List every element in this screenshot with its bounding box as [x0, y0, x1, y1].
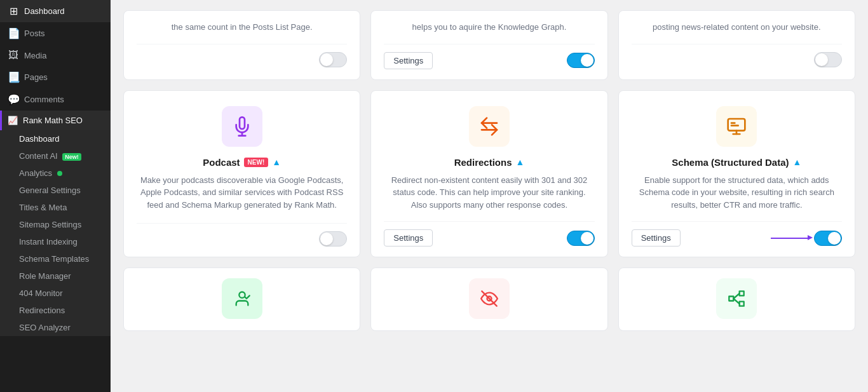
- rank-math-submenu: Dashboard Content AI New! Analytics Gene…: [0, 130, 111, 336]
- submenu-content-ai[interactable]: Content AI New!: [0, 147, 111, 165]
- svg-line-9: [482, 291, 496, 306]
- sidebar-label-posts: Posts: [24, 29, 45, 38]
- bottom-icon-2: [480, 290, 498, 308]
- top-card-2-settings-btn[interactable]: Settings: [384, 52, 433, 69]
- sidebar-item-dashboard[interactable]: ⊞ Dashboard: [0, 0, 111, 22]
- dashboard-icon: ⊞: [8, 5, 19, 17]
- sidebar-label-dashboard: Dashboard: [24, 6, 65, 16]
- comments-icon: 💬: [8, 93, 19, 105]
- submenu-analytics[interactable]: Analytics: [0, 165, 111, 182]
- svg-point-7: [239, 292, 245, 298]
- redirections-icon-wrap: [469, 106, 510, 147]
- submenu-general-settings[interactable]: General Settings: [0, 182, 111, 199]
- submenu-instant-indexing[interactable]: Instant Indexing: [0, 233, 111, 250]
- redirections-icon: [479, 116, 499, 137]
- top-card-1: the same count in the Posts List Page.: [123, 10, 360, 80]
- bottom-icon-2-wrap: [469, 278, 510, 319]
- podcast-footer: [137, 223, 347, 247]
- submenu-role-manager[interactable]: Role Manager: [0, 267, 111, 285]
- redirections-footer: Settings: [384, 221, 594, 247]
- top-card-3-desc: posting news-related content on your web…: [653, 11, 821, 34]
- schema-icon: [726, 116, 747, 137]
- schema-title-text: Schema (Structured Data): [672, 157, 789, 168]
- top-card-3: posting news-related content on your web…: [618, 10, 855, 80]
- top-card-2-toggle[interactable]: [567, 53, 595, 68]
- submenu-seo-analyzer[interactable]: SEO Analyzer: [0, 319, 111, 336]
- svg-line-14: [734, 299, 740, 304]
- sidebar-label-comments: Comments: [24, 95, 64, 104]
- podcast-icon: [232, 116, 252, 137]
- schema-icon-wrap: [716, 106, 757, 147]
- analytics-dot: [57, 171, 62, 176]
- bottom-card-2: [370, 267, 607, 331]
- bottom-icon-3-wrap: [716, 278, 757, 319]
- modules-grid: Podcast NEW! ▲ Make your podcasts discov…: [111, 80, 868, 268]
- schema-footer: Settings: [632, 221, 842, 247]
- bottom-icon-1: [233, 290, 251, 308]
- redirections-settings-btn[interactable]: Settings: [384, 229, 433, 247]
- sidebar-label-rank-math: Rank Math SEO: [23, 116, 83, 125]
- sidebar-item-media[interactable]: 🖼 Media: [0, 44, 111, 66]
- bottom-card-3: [618, 267, 855, 331]
- submenu-schema-templates[interactable]: Schema Templates: [0, 250, 111, 267]
- sidebar-label-pages: Pages: [24, 72, 48, 82]
- bottom-icon-1-wrap: [222, 278, 262, 319]
- bottom-card-1: [123, 267, 360, 331]
- schema-toggle[interactable]: [814, 231, 842, 246]
- top-cards-row: the same count in the Posts List Page. h…: [111, 0, 868, 80]
- content-ai-new-badge: New!: [62, 153, 81, 161]
- top-card-2-desc: helps you to aquire the Knowledge Graph.: [412, 11, 567, 34]
- redirections-title-text: Redirections: [454, 157, 512, 168]
- submenu-redirections[interactable]: Redirections: [0, 302, 111, 319]
- top-card-2: helps you to aquire the Knowledge Graph.…: [370, 10, 607, 80]
- sidebar-item-pages[interactable]: 📃 Pages: [0, 66, 111, 88]
- submenu-dashboard[interactable]: Dashboard: [0, 130, 111, 147]
- podcast-title: Podcast NEW! ▲: [203, 157, 281, 168]
- redirections-title: Redirections ▲: [454, 157, 525, 168]
- top-card-1-desc: the same count in the Posts List Page.: [172, 11, 313, 34]
- sidebar-item-posts[interactable]: 📄 Posts: [0, 22, 111, 44]
- bottom-icon-3: [728, 290, 745, 308]
- posts-icon: 📄: [8, 27, 19, 39]
- podcast-new-badge: NEW!: [244, 158, 269, 167]
- submenu-404-monitor[interactable]: 404 Monitor: [0, 285, 111, 302]
- pages-icon: 📃: [8, 71, 19, 83]
- schema-purple-arrow: [771, 238, 809, 239]
- podcast-chevron: ▲: [272, 157, 281, 167]
- schema-chevron: ▲: [793, 157, 802, 167]
- redirections-toggle[interactable]: [567, 231, 595, 246]
- module-card-podcast: Podcast NEW! ▲ Make your podcasts discov…: [123, 90, 360, 258]
- rank-math-icon: 📈: [8, 116, 18, 125]
- schema-arrow-group: [771, 231, 842, 246]
- submenu-titles-meta[interactable]: Titles & Meta: [0, 199, 111, 216]
- sidebar-item-rank-math-seo[interactable]: 📈 Rank Math SEO: [0, 111, 111, 130]
- top-card-3-footer: [632, 44, 842, 67]
- redirections-desc: Redirect non-existent content easily wit…: [384, 174, 594, 212]
- podcast-icon-wrap: [222, 106, 262, 147]
- schema-title: Schema (Structured Data) ▲: [672, 157, 801, 168]
- podcast-desc: Make your podcasts discoverable via Goog…: [137, 174, 347, 213]
- top-card-2-footer: Settings: [384, 44, 594, 69]
- top-card-1-footer: [137, 44, 347, 67]
- submenu-sitemap-settings[interactable]: Sitemap Settings: [0, 216, 111, 233]
- podcast-toggle[interactable]: [319, 231, 347, 247]
- bottom-modules-row: [111, 267, 868, 341]
- sidebar-item-comments[interactable]: 💬 Comments: [0, 88, 111, 111]
- schema-desc: Enable support for the structured data, …: [632, 174, 842, 212]
- top-card-3-toggle[interactable]: [814, 52, 842, 67]
- main-content: the same count in the Posts List Page. h…: [111, 0, 868, 392]
- top-card-1-toggle[interactable]: [319, 52, 347, 67]
- redirections-chevron: ▲: [515, 157, 524, 167]
- media-icon: 🖼: [8, 50, 19, 61]
- svg-line-13: [734, 294, 740, 299]
- podcast-title-text: Podcast: [203, 157, 240, 168]
- sidebar: ⊞ Dashboard 📄 Posts 🖼 Media 📃 Pages 💬 Co…: [0, 0, 111, 392]
- module-card-redirections: Redirections ▲ Redirect non-existent con…: [370, 90, 607, 258]
- schema-settings-btn[interactable]: Settings: [632, 229, 681, 247]
- sidebar-label-media: Media: [24, 51, 46, 60]
- module-card-schema: Schema (Structured Data) ▲ Enable suppor…: [618, 90, 855, 258]
